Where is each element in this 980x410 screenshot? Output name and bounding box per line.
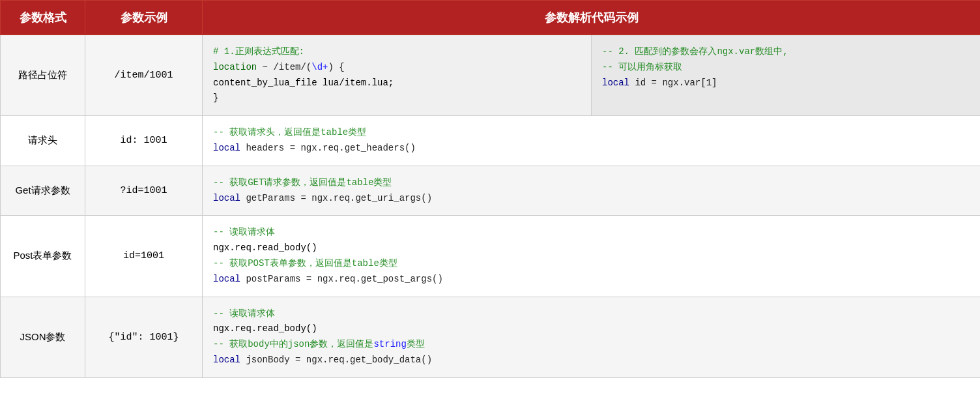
- header-col1: 参数格式: [1, 1, 85, 35]
- table-row: 请求头id: 1001-- 获取请求头，返回值是table类型local hea…: [1, 116, 981, 166]
- table-row: Post表单参数id=1001-- 读取请求体ngx.req.read_body…: [1, 216, 981, 297]
- param-example-cell: id: 1001: [85, 116, 203, 166]
- table-row: 路径占位符/item/1001# 1.正则表达式匹配:location ~ /i…: [1, 35, 981, 116]
- code-left: # 1.正则表达式匹配:location ~ /item/(\d+) { con…: [203, 35, 591, 115]
- param-code-cell: -- 读取请求体ngx.req.read_body()-- 获取body中的js…: [203, 297, 981, 377]
- param-type-cell: 路径占位符: [1, 35, 85, 116]
- split-code-container: # 1.正则表达式匹配:location ~ /item/(\d+) { con…: [203, 35, 980, 115]
- header-col3: 参数解析代码示例: [203, 1, 981, 35]
- param-example-cell: id=1001: [85, 216, 203, 297]
- param-type-cell: 请求头: [1, 116, 85, 166]
- param-example-cell: ?id=1001: [85, 166, 203, 216]
- param-code-cell: -- 获取请求头，返回值是table类型local headers = ngx.…: [203, 116, 981, 166]
- param-code-cell: # 1.正则表达式匹配:location ~ /item/(\d+) { con…: [203, 35, 981, 116]
- param-example-cell: {"id": 1001}: [85, 297, 203, 377]
- param-type-cell: Get请求参数: [1, 166, 85, 216]
- param-example-cell: /item/1001: [85, 35, 203, 116]
- code-right: -- 2. 匹配到的参数会存入ngx.var数组中,-- 可以用角标获取loca…: [591, 35, 980, 115]
- param-type-cell: JSON参数: [1, 297, 85, 377]
- table-row: Get请求参数?id=1001-- 获取GET请求参数，返回值是table类型l…: [1, 166, 981, 216]
- param-code-cell: -- 读取请求体ngx.req.read_body()-- 获取POST表单参数…: [203, 216, 981, 297]
- param-code-cell: -- 获取GET请求参数，返回值是table类型local getParams …: [203, 166, 981, 216]
- table-row: JSON参数{"id": 1001}-- 读取请求体ngx.req.read_b…: [1, 297, 981, 377]
- header-col2: 参数示例: [85, 1, 203, 35]
- param-type-cell: Post表单参数: [1, 216, 85, 297]
